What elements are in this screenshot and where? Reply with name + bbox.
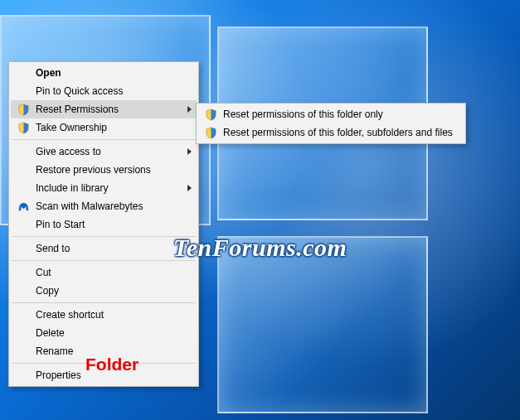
submenu-arrow-icon: [187, 245, 192, 252]
menu-item-label: Include in library: [36, 182, 108, 194]
malwarebytes-icon: [16, 199, 31, 214]
menu-item-take-ownership[interactable]: Take Ownership: [11, 118, 197, 137]
submenu-arrow-icon: [187, 185, 192, 191]
menu-item-scan-malwarebytes[interactable]: Scan with Malwarebytes: [11, 197, 197, 215]
menu-item-label: Delete: [36, 327, 65, 339]
menu-item-label: Reset Permissions: [36, 104, 119, 115]
menu-item-label: Copy: [36, 285, 59, 297]
menu-item-label: Reset permissions of this folder only: [223, 109, 383, 120]
menu-item-delete[interactable]: Delete: [11, 324, 197, 342]
menu-item-copy[interactable]: Copy: [11, 282, 197, 300]
menu-item-pin-quick-access[interactable]: Pin to Quick access: [11, 82, 197, 100]
menu-item-pin-to-start[interactable]: Pin to Start: [11, 215, 197, 234]
submenu-item-reset-folder-subfolders-files[interactable]: Reset permissions of this folder, subfol…: [198, 123, 464, 142]
menu-item-include-in-library[interactable]: Include in library: [11, 179, 197, 197]
menu-item-rename[interactable]: Rename: [11, 342, 197, 360]
submenu-item-reset-folder-only[interactable]: Reset permissions of this folder only: [198, 105, 464, 123]
menu-item-properties[interactable]: Properties: [11, 366, 197, 384]
menu-separator: [12, 236, 196, 237]
menu-separator: [12, 260, 196, 261]
shield-icon: [203, 125, 218, 140]
decorative-pane: [217, 236, 428, 413]
menu-item-label: Cut: [36, 267, 51, 278]
context-menu: Open Pin to Quick access Reset Permissio…: [8, 61, 199, 387]
desktop-background: Open Pin to Quick access Reset Permissio…: [0, 0, 520, 420]
menu-item-cut[interactable]: Cut: [11, 263, 197, 282]
menu-separator: [12, 363, 196, 364]
menu-item-give-access-to[interactable]: Give access to: [11, 142, 197, 161]
menu-item-label: Rename: [36, 345, 73, 357]
shield-icon: [16, 102, 31, 117]
menu-item-reset-permissions[interactable]: Reset Permissions: [11, 100, 197, 118]
menu-item-label: Take Ownership: [36, 122, 107, 133]
submenu-arrow-icon: [187, 148, 192, 155]
menu-item-create-shortcut[interactable]: Create shortcut: [11, 306, 197, 324]
menu-item-label: Pin to Quick access: [36, 85, 123, 97]
shield-icon: [203, 107, 218, 122]
menu-item-label: Give access to: [36, 146, 101, 157]
menu-item-label: Pin to Start: [36, 219, 85, 230]
menu-separator: [12, 139, 196, 140]
menu-separator: [12, 302, 196, 303]
menu-item-label: Create shortcut: [36, 309, 104, 321]
menu-item-label: Scan with Malwarebytes: [36, 200, 143, 212]
context-submenu-reset-permissions: Reset permissions of this folder only Re…: [196, 103, 466, 144]
menu-item-label: Reset permissions of this folder, subfol…: [223, 127, 453, 138]
menu-item-label: Open: [36, 67, 61, 79]
menu-item-label: Restore previous versions: [36, 164, 151, 176]
menu-item-restore-previous-versions[interactable]: Restore previous versions: [11, 161, 197, 179]
menu-item-label: Send to: [36, 243, 70, 254]
menu-item-open[interactable]: Open: [11, 64, 197, 82]
shield-icon: [16, 120, 31, 135]
menu-item-label: Properties: [36, 369, 81, 381]
submenu-arrow-icon: [187, 106, 192, 113]
menu-item-send-to[interactable]: Send to: [11, 239, 197, 258]
